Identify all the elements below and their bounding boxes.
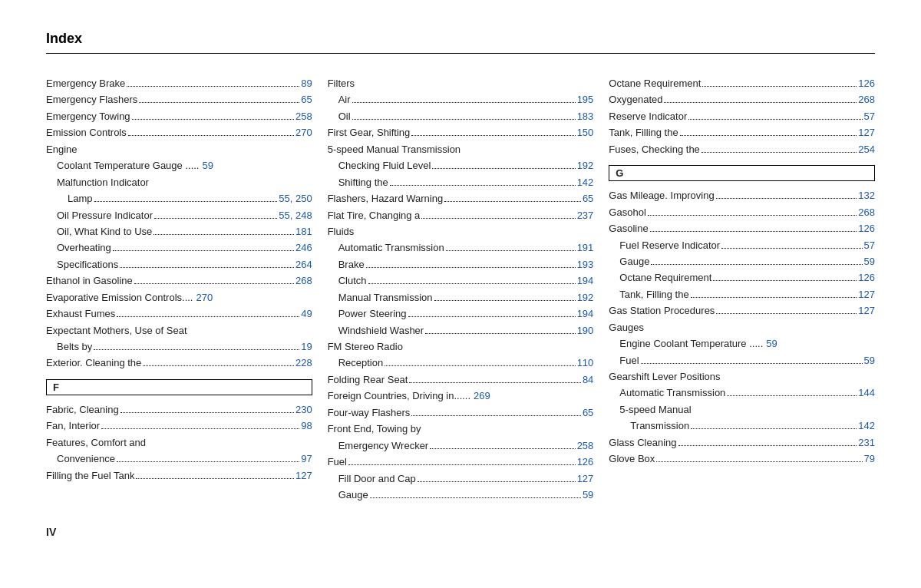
page-number[interactable]: 269 [474, 388, 490, 404]
page-number[interactable]: 110 [577, 355, 594, 371]
index-entry: Four-way Flashers65 [328, 405, 594, 421]
leader-dots [446, 250, 576, 251]
index-entry: Gauge59 [609, 253, 875, 269]
page-number[interactable]: 126 [577, 454, 594, 470]
page-number[interactable]: 59 [864, 253, 875, 269]
page-number[interactable]: 254 [858, 141, 875, 157]
leader-dots [120, 267, 294, 268]
index-entry: Power Steering194 [328, 306, 594, 322]
page-number[interactable]: 258 [577, 438, 594, 454]
page-number[interactable]: 194 [577, 273, 594, 289]
index-entry: Exhaust Fumes49 [46, 306, 312, 322]
page-number[interactable]: 230 [295, 401, 312, 418]
entry-label: Oil [338, 108, 351, 124]
page-number[interactable]: 191 [577, 239, 594, 256]
index-entry: First Gear, Shifting150 [328, 124, 594, 140]
page-number[interactable]: 59 [766, 335, 777, 352]
page-number[interactable]: 57 [864, 108, 875, 124]
page-number[interactable]: 142 [858, 418, 875, 434]
page-number[interactable]: 268 [295, 273, 312, 289]
page-number[interactable]: 237 [577, 207, 594, 223]
leader-dots [390, 185, 576, 186]
page-number[interactable]: 59 [583, 487, 593, 503]
page-number[interactable]: 97 [301, 451, 312, 467]
page-number[interactable]: 126 [858, 75, 875, 91]
page-number[interactable]: 59 [202, 157, 213, 173]
leader-dots [434, 300, 576, 301]
page-number[interactable]: 194 [577, 306, 594, 322]
index-entry: Fluids [328, 223, 594, 239]
page-number[interactable]: 195 [577, 91, 594, 107]
page-number[interactable]: 126 [858, 220, 875, 236]
section-header: G [609, 165, 875, 181]
page-number[interactable]: 19 [301, 339, 312, 355]
page-number[interactable]: 268 [858, 91, 875, 107]
page-number[interactable]: 55, 250 [279, 190, 312, 206]
page-number[interactable]: 183 [577, 108, 594, 124]
page-number[interactable]: 192 [577, 289, 594, 306]
page-number[interactable]: 65 [301, 91, 312, 107]
page-number[interactable]: 127 [858, 124, 875, 140]
index-entry: Folding Rear Seat84 [328, 372, 594, 388]
page-number[interactable]: 192 [577, 157, 594, 173]
page-number[interactable]: 55, 248 [279, 207, 312, 223]
page-number[interactable]: 181 [295, 223, 312, 239]
page-number[interactable]: 190 [577, 322, 594, 339]
page-number[interactable]: 49 [301, 306, 312, 322]
page-number[interactable]: 270 [295, 124, 312, 140]
page-number[interactable]: 65 [583, 405, 593, 421]
page-number[interactable]: 57 [864, 237, 875, 253]
page-number[interactable]: 264 [295, 256, 312, 273]
page-number[interactable]: 268 [858, 204, 875, 220]
page-number[interactable]: 270 [196, 289, 213, 306]
page-number[interactable]: 228 [295, 355, 312, 371]
entry-label: Gas Mileage. Improving [609, 187, 714, 203]
leader-dots [713, 280, 857, 281]
index-entry: Octane Requirement126 [609, 75, 875, 91]
page-number[interactable]: 89 [301, 75, 312, 91]
page-number[interactable]: 246 [295, 239, 312, 256]
leader-dots [678, 445, 857, 446]
page-number[interactable]: 59 [864, 352, 875, 368]
page-number[interactable]: 79 [864, 451, 875, 467]
page-number[interactable]: 65 [583, 190, 593, 206]
entry-label: Manual Transmission [338, 289, 433, 306]
col-3: Octane Requirement126Oxygenated268Reserv… [609, 75, 875, 467]
entry-label: Malfunction Indicator [57, 174, 149, 190]
page-number[interactable]: 150 [577, 124, 594, 140]
entry-label: Exhaust Fumes [46, 306, 115, 322]
leader-dots [721, 248, 862, 249]
page-number[interactable]: 98 [301, 418, 312, 434]
entry-label: Folding Rear Seat [328, 372, 408, 388]
page-number[interactable]: 127 [858, 302, 875, 319]
entry-label: Air [338, 91, 351, 107]
entry-label: Coolant Temperature Gauge ..... [57, 157, 199, 173]
entry-label: Foreign Countries, Driving in...... [328, 388, 470, 404]
entry-label: Oil, What Kind to Use [57, 223, 152, 239]
page-number[interactable]: 126 [858, 269, 875, 286]
index-entry: Checking Fluid Level192 [328, 157, 594, 173]
index-entry: Fuel126 [328, 454, 594, 470]
index-entry: Oil, What Kind to Use181 [46, 223, 312, 239]
page-number[interactable]: 231 [858, 434, 875, 451]
title-rule [46, 53, 875, 54]
page-number[interactable]: 144 [858, 385, 875, 401]
leader-dots [134, 283, 294, 284]
page-number[interactable]: 127 [858, 286, 875, 302]
page-number[interactable]: 84 [583, 372, 593, 388]
entry-label: Tank, Filling the [619, 286, 688, 302]
index-entry: Automatic Transmission191 [328, 239, 594, 256]
leader-dots [411, 135, 575, 136]
entry-label: Flashers, Hazard Warning [328, 190, 444, 206]
entry-label: Fuel [619, 352, 639, 368]
entry-label: Exterior. Cleaning the [46, 355, 141, 371]
page-number[interactable]: 127 [295, 467, 312, 484]
index-entry: Oil Pressure Indicator55, 248 [46, 207, 312, 223]
page-number[interactable]: 193 [577, 256, 594, 273]
page-number[interactable]: 258 [295, 108, 312, 124]
entry-label: Convenience [57, 451, 115, 467]
leader-dots [117, 316, 299, 317]
page-number[interactable]: 127 [577, 471, 594, 487]
page-number[interactable]: 142 [577, 174, 594, 190]
page-number[interactable]: 132 [858, 187, 875, 203]
